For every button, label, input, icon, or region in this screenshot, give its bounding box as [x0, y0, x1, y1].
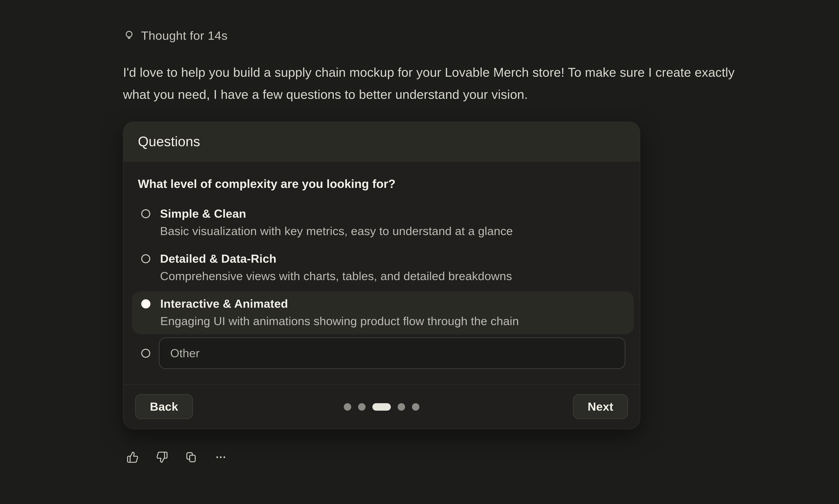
radio-unselected-icon[interactable] — [141, 209, 150, 218]
pagination-dot — [412, 403, 419, 411]
option-title: Detailed & Data-Rich — [160, 250, 512, 267]
pagination-dots — [344, 403, 419, 411]
thumbs-down-icon — [156, 451, 168, 463]
pagination-dot — [398, 403, 405, 411]
thought-duration-label: Thought for 14s — [141, 29, 228, 42]
thumbs-up-icon — [126, 451, 139, 463]
other-option-input[interactable] — [159, 338, 625, 369]
pagination-dot — [344, 403, 351, 411]
questions-card-footer: Back Next — [123, 384, 640, 429]
radio-unselected-icon[interactable] — [141, 349, 150, 358]
question-text: What level of complexity are you looking… — [138, 177, 625, 191]
option-description: Basic visualization with key metrics, ea… — [160, 222, 513, 240]
back-button[interactable]: Back — [135, 394, 193, 419]
thumbs-up-button[interactable] — [126, 451, 139, 463]
questions-card: Questions What level of complexity are y… — [123, 122, 640, 429]
pagination-dot-active — [372, 403, 391, 411]
option-text: Detailed & Data-Rich Comprehensive views… — [160, 250, 512, 285]
assistant-message-text: I'd love to help you build a supply chai… — [123, 61, 754, 106]
option-description: Engaging UI with animations showing prod… — [160, 312, 519, 330]
option-text: Interactive & Animated Engaging UI with … — [160, 295, 519, 330]
copy-button[interactable] — [185, 451, 197, 463]
option-other[interactable] — [138, 338, 625, 369]
option-simple-clean[interactable]: Simple & Clean Basic visualization with … — [132, 201, 634, 244]
message-actions-toolbar — [123, 451, 758, 463]
next-button[interactable]: Next — [573, 394, 628, 419]
option-text: Simple & Clean Basic visualization with … — [160, 205, 513, 240]
card-title: Questions — [138, 134, 625, 149]
thought-duration-toggle[interactable]: Thought for 14s — [123, 29, 228, 42]
chat-message-block: Thought for 14s I'd love to help you bui… — [123, 0, 758, 463]
lightbulb-icon — [123, 30, 135, 42]
thumbs-down-button[interactable] — [156, 451, 168, 463]
more-options-icon — [215, 451, 227, 463]
radio-selected-icon[interactable] — [141, 299, 151, 308]
more-options-button[interactable] — [215, 451, 227, 463]
option-title: Simple & Clean — [160, 205, 513, 222]
option-title: Interactive & Animated — [160, 295, 519, 312]
option-detailed-data-rich[interactable]: Detailed & Data-Rich Comprehensive views… — [132, 247, 634, 289]
option-interactive-animated[interactable]: Interactive & Animated Engaging UI with … — [132, 291, 634, 334]
option-description: Comprehensive views with charts, tables,… — [160, 267, 512, 285]
questions-card-header: Questions — [123, 122, 640, 162]
questions-card-body: What level of complexity are you looking… — [123, 162, 640, 369]
radio-unselected-icon[interactable] — [141, 254, 150, 263]
pagination-dot — [358, 403, 366, 411]
copy-icon — [185, 451, 197, 463]
